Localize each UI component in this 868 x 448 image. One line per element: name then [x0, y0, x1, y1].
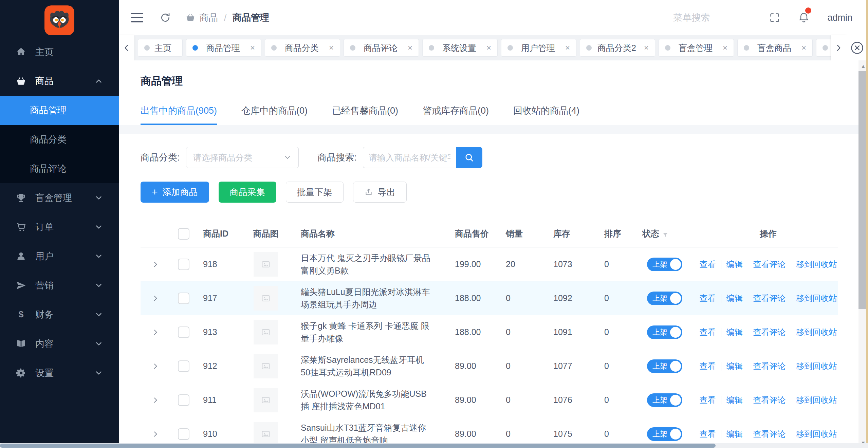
filter-funnel-icon[interactable] [662, 230, 669, 237]
row-checkbox[interactable] [178, 360, 189, 372]
notifications-bell-icon[interactable] [798, 12, 810, 23]
status-toggle[interactable]: 上架 [647, 393, 682, 407]
row-expand-icon[interactable] [151, 294, 160, 302]
product-image-placeholder[interactable] [254, 354, 278, 378]
action-edit[interactable]: 编辑 [726, 293, 743, 304]
search-button[interactable] [456, 147, 482, 168]
action-move-to-recycle[interactable]: 移到回收站 [796, 293, 837, 304]
sidebar-item-orders[interactable]: 订单 [0, 212, 119, 242]
sidebar-item-goods-manage[interactable]: 商品管理 [0, 96, 119, 125]
product-search-input[interactable] [363, 147, 456, 168]
status-toggle[interactable]: 上架 [647, 325, 682, 339]
tab-close-icon[interactable]: × [329, 43, 334, 53]
action-move-to-recycle[interactable]: 移到回收站 [796, 361, 837, 372]
action-view[interactable]: 查看 [700, 429, 716, 440]
tab-close-icon[interactable]: × [723, 43, 727, 53]
row-checkbox[interactable] [178, 394, 189, 406]
tabs-scroll-right-button[interactable] [831, 35, 846, 60]
refresh-icon[interactable] [160, 12, 171, 23]
status-toggle[interactable]: 上架 [647, 359, 682, 373]
sidebar-item-content[interactable]: 内容 [0, 329, 119, 358]
fullscreen-icon[interactable] [769, 12, 780, 23]
action-view-comments[interactable]: 查看评论 [753, 259, 786, 270]
action-view-comments[interactable]: 查看评论 [753, 293, 786, 304]
sidebar-item-blindbox[interactable]: 盲盒管理 [0, 183, 119, 212]
sidebar-item-settings[interactable]: 设置 [0, 358, 119, 388]
status-toggle[interactable]: 上架 [647, 427, 682, 441]
menu-search-input[interactable] [673, 13, 751, 23]
tab-recycle-bin[interactable]: 回收站的商品(4) [513, 105, 579, 125]
action-edit[interactable]: 编辑 [726, 361, 743, 372]
action-edit[interactable]: 编辑 [726, 429, 743, 440]
sidebar-item-goods-category[interactable]: 商品分类 [0, 125, 119, 154]
app-logo[interactable] [44, 5, 74, 35]
tab-close-icon[interactable]: × [250, 43, 255, 53]
action-view[interactable]: 查看 [700, 395, 716, 406]
row-expand-icon[interactable] [151, 396, 160, 404]
tab-system-settings[interactable]: 系统设置× [422, 39, 498, 57]
action-view[interactable]: 查看 [700, 293, 716, 304]
action-edit[interactable]: 编辑 [726, 327, 743, 338]
row-expand-icon[interactable] [151, 328, 160, 336]
sidebar-item-marketing[interactable]: 营销 [0, 271, 119, 300]
add-product-button[interactable]: +添加商品 [141, 182, 209, 203]
tab-goods-manage[interactable]: 商品管理× [186, 39, 261, 57]
action-move-to-recycle[interactable]: 移到回收站 [796, 259, 837, 270]
tabs-scroll-left-button[interactable] [119, 35, 134, 60]
row-expand-icon[interactable] [151, 260, 160, 268]
action-view[interactable]: 查看 [700, 361, 716, 372]
sidebar-item-users[interactable]: 用户 [0, 242, 119, 271]
action-edit[interactable]: 编辑 [726, 259, 743, 270]
collect-product-button[interactable]: 商品采集 [219, 182, 276, 203]
row-expand-icon[interactable] [151, 362, 160, 370]
row-checkbox[interactable] [178, 428, 189, 440]
tab-goods-category[interactable]: 商品分类× [265, 39, 340, 57]
action-move-to-recycle[interactable]: 移到回收站 [796, 395, 837, 406]
sidebar-item-finance[interactable]: $ 财务 [0, 300, 119, 329]
tab-blindbox-manage[interactable]: 盲盒管理× [659, 39, 734, 57]
tab-on-sale[interactable]: 出售中的商品(905) [141, 105, 217, 125]
tab-goods-comments[interactable]: 商品评论× [344, 39, 419, 57]
action-edit[interactable]: 编辑 [726, 395, 743, 406]
tab-blindbox-goods[interactable]: 盲盒商品× [737, 39, 813, 57]
export-button[interactable]: 导出 [353, 182, 407, 203]
sidebar-item-goods[interactable]: 商品 [0, 67, 119, 96]
sidebar-item-goods-comments[interactable]: 商品评论 [0, 154, 119, 183]
status-toggle[interactable]: 上架 [647, 258, 682, 271]
close-all-tabs-icon[interactable] [846, 35, 868, 60]
tab-close-icon[interactable]: × [486, 43, 491, 53]
tab-user-manage[interactable]: 用户管理× [501, 39, 576, 57]
product-image-placeholder[interactable] [254, 252, 278, 277]
product-image-placeholder[interactable] [254, 286, 278, 311]
product-image-placeholder[interactable] [254, 388, 278, 412]
product-image-placeholder[interactable] [254, 320, 278, 344]
tab-home[interactable]: 主页 [138, 39, 183, 57]
sidebar-item-home[interactable]: 主页 [0, 37, 119, 67]
tab-close-icon[interactable]: × [644, 43, 649, 53]
tab-close-icon[interactable]: × [565, 43, 570, 53]
action-move-to-recycle[interactable]: 移到回收站 [796, 429, 837, 440]
menu-collapse-icon[interactable] [131, 13, 143, 22]
action-view-comments[interactable]: 查看评论 [753, 327, 786, 338]
row-checkbox[interactable] [178, 293, 189, 304]
action-move-to-recycle[interactable]: 移到回收站 [796, 327, 837, 338]
username[interactable]: admin [827, 13, 852, 23]
tab-sold-out[interactable]: 已经售馨商品(0) [332, 105, 398, 125]
tab-close-icon[interactable]: × [801, 43, 806, 53]
row-checkbox[interactable] [178, 326, 189, 338]
action-view[interactable]: 查看 [700, 259, 716, 270]
action-view-comments[interactable]: 查看评论 [753, 361, 786, 372]
breadcrumb-section[interactable]: 商品 [200, 12, 218, 24]
tab-goods-category2[interactable]: 商品分类2× [580, 39, 655, 57]
batch-offshelf-button[interactable]: 批量下架 [286, 182, 344, 203]
row-expand-icon[interactable] [151, 430, 160, 438]
tab-low-stock[interactable]: 警戒库存商品(0) [423, 105, 489, 125]
action-view-comments[interactable]: 查看评论 [753, 429, 786, 440]
horizontal-scrollbar-thumb[interactable] [0, 444, 716, 448]
row-checkbox[interactable] [178, 259, 189, 270]
status-toggle[interactable]: 上架 [647, 292, 682, 305]
category-select[interactable]: 请选择商品分类 [186, 147, 299, 168]
tab-close-icon[interactable]: × [408, 43, 412, 53]
action-view[interactable]: 查看 [700, 327, 716, 338]
product-image-placeholder[interactable] [254, 422, 278, 446]
